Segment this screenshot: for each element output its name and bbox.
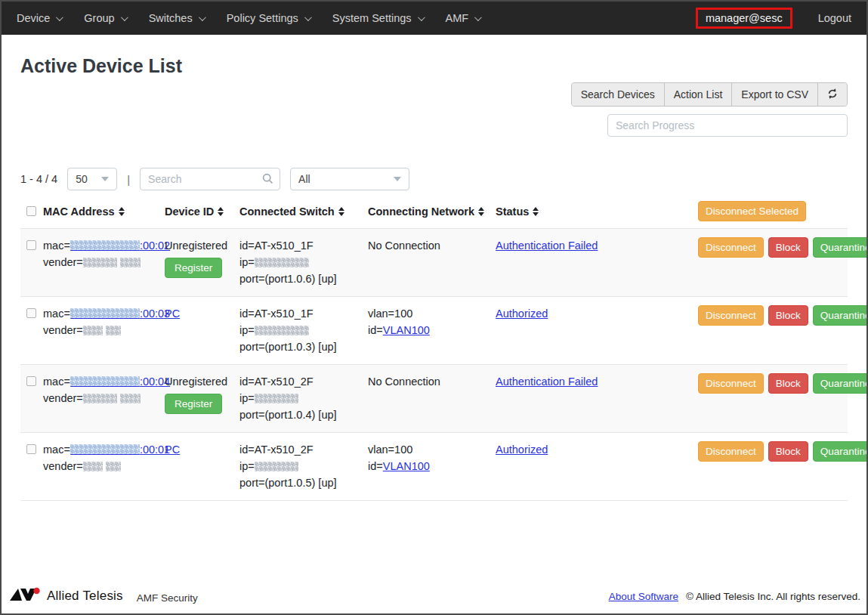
sort-icon[interactable]	[533, 207, 539, 216]
status-cell: Authorized	[496, 441, 698, 491]
search-progress-input[interactable]	[607, 114, 848, 137]
search-devices-button[interactable]: Search Devices	[572, 83, 665, 106]
block-button[interactable]: Block	[768, 305, 808, 326]
quarantine-button[interactable]: Quarantine	[813, 441, 868, 462]
row-checkbox[interactable]	[26, 240, 36, 250]
connected-switch-cell: id=AT-x510_2F ip= port=(port1.0.4) [up]	[239, 373, 368, 423]
vlan-link[interactable]: VLAN100	[383, 324, 430, 336]
result-range-label: 1 - 4 / 4	[20, 173, 57, 185]
quarantine-button[interactable]: Quarantine	[813, 373, 868, 394]
table-search-input[interactable]	[140, 168, 280, 190]
row-checkbox[interactable]	[26, 308, 36, 318]
mac-address-link[interactable]: :00:04	[70, 375, 170, 388]
chevron-down-icon	[56, 14, 63, 21]
table-row: mac=:00:03 vender= PC id=AT-x510_1F ip= …	[20, 296, 848, 364]
sort-icon[interactable]	[478, 207, 484, 216]
divider: |	[127, 173, 130, 186]
device-id-cell: Unregistered Register	[165, 237, 239, 287]
row-checkbox[interactable]	[26, 376, 36, 386]
device-id-link[interactable]: PC	[165, 443, 180, 456]
logout-button[interactable]: Logout	[818, 12, 851, 24]
device-id-text: Unregistered	[165, 237, 233, 254]
device-id-cell: PC	[165, 305, 239, 355]
block-button[interactable]: Block	[768, 237, 808, 258]
export-to-csv-button[interactable]: Export to CSV	[732, 83, 818, 106]
select-all-checkbox[interactable]	[26, 206, 36, 216]
mac-address-link[interactable]: :00:02	[70, 240, 170, 252]
block-button[interactable]: Block	[768, 441, 808, 462]
redacted-vendor	[83, 258, 117, 267]
disconnect-button[interactable]: Disconnect	[698, 237, 764, 258]
device-id-link[interactable]: PC	[165, 308, 180, 320]
quarantine-button[interactable]: Quarantine	[813, 237, 868, 258]
redacted-vendor	[120, 394, 141, 403]
disconnect-button[interactable]: Disconnect	[698, 373, 764, 394]
chevron-down-icon	[474, 14, 482, 21]
status-filter-select[interactable]: All	[290, 168, 409, 190]
row-actions: Disconnect Block Quarantine	[698, 305, 868, 355]
sort-icon[interactable]	[218, 207, 224, 216]
redacted-vendor	[83, 394, 117, 403]
header-status[interactable]: Status	[496, 206, 698, 218]
row-actions: Disconnect Block Quarantine	[698, 373, 868, 423]
nav-menu: Device Group Switches Policy Settings Sy…	[17, 12, 480, 24]
logged-in-user: manager@sesc	[696, 8, 792, 29]
header-connecting-network[interactable]: Connecting Network	[368, 206, 496, 218]
redacted-mac	[70, 308, 140, 319]
refresh-icon	[826, 88, 839, 102]
row-checkbox[interactable]	[26, 444, 36, 454]
active-device-table: MAC Address Device ID Connected Switch C…	[20, 197, 848, 501]
status-link[interactable]: Authorized	[496, 308, 548, 320]
nav-item-device[interactable]: Device	[17, 12, 61, 24]
redacted-ip	[255, 462, 298, 471]
brand-name: Allied Telesis	[47, 589, 123, 604]
header-device-id[interactable]: Device ID	[165, 206, 239, 218]
action-list-button[interactable]: Action List	[665, 83, 733, 106]
top-navbar: Device Group Switches Policy Settings Sy…	[2, 2, 866, 35]
row-actions: Disconnect Block Quarantine	[698, 441, 868, 491]
header-connected-switch[interactable]: Connected Switch	[239, 206, 368, 218]
nav-item-switches[interactable]: Switches	[149, 12, 204, 24]
header-mac-address[interactable]: MAC Address	[43, 206, 165, 218]
quarantine-button[interactable]: Quarantine	[813, 305, 868, 326]
register-button[interactable]: Register	[165, 394, 222, 414]
mac-address-link[interactable]: :00:03	[70, 308, 170, 320]
disconnect-button[interactable]: Disconnect	[698, 305, 764, 326]
page-size-select[interactable]: 50	[67, 168, 117, 190]
redacted-ip	[255, 326, 309, 335]
search-icon	[262, 173, 273, 187]
nav-item-policy-settings[interactable]: Policy Settings	[227, 12, 310, 24]
mac-address-link[interactable]: :00:01	[70, 443, 170, 456]
sort-icon[interactable]	[119, 207, 125, 216]
redacted-mac	[70, 376, 140, 387]
block-button[interactable]: Block	[768, 373, 808, 394]
chevron-down-icon	[199, 14, 206, 21]
nav-item-system-settings[interactable]: System Settings	[332, 12, 423, 24]
status-link[interactable]: Authentication Failed	[496, 240, 598, 252]
chevron-down-icon	[394, 177, 401, 181]
connected-switch-cell: id=AT-x510_1F ip= port=(port1.0.3) [up]	[239, 305, 368, 355]
nav-label: Group	[84, 12, 114, 24]
status-cell: Authentication Failed	[496, 373, 698, 423]
disconnect-selected-button[interactable]: Disconnect Selected	[698, 201, 806, 221]
sort-icon[interactable]	[338, 207, 344, 216]
nav-item-amf[interactable]: AMF	[446, 12, 480, 24]
product-name: AMF Security	[137, 592, 198, 604]
nav-label: System Settings	[332, 12, 412, 24]
chevron-down-icon	[304, 14, 312, 21]
register-button[interactable]: Register	[165, 258, 222, 278]
mac-address-cell: mac=:00:02 vender=	[43, 237, 165, 287]
allied-telesis-logo-icon	[9, 586, 41, 607]
status-link[interactable]: Authentication Failed	[496, 375, 598, 388]
status-link[interactable]: Authorized	[496, 443, 548, 456]
redacted-vendor	[106, 326, 121, 335]
redacted-vendor	[106, 462, 121, 471]
vlan-link[interactable]: VLAN100	[383, 460, 430, 472]
about-software-link[interactable]: About Software	[609, 591, 678, 602]
nav-item-group[interactable]: Group	[84, 12, 125, 24]
filter-value: All	[298, 173, 310, 185]
disconnect-button[interactable]: Disconnect	[698, 441, 764, 462]
redacted-mac	[70, 444, 140, 455]
connected-switch-cell: id=AT-x510_2F ip= port=(port1.0.5) [up]	[239, 441, 368, 491]
refresh-button[interactable]	[818, 83, 847, 106]
